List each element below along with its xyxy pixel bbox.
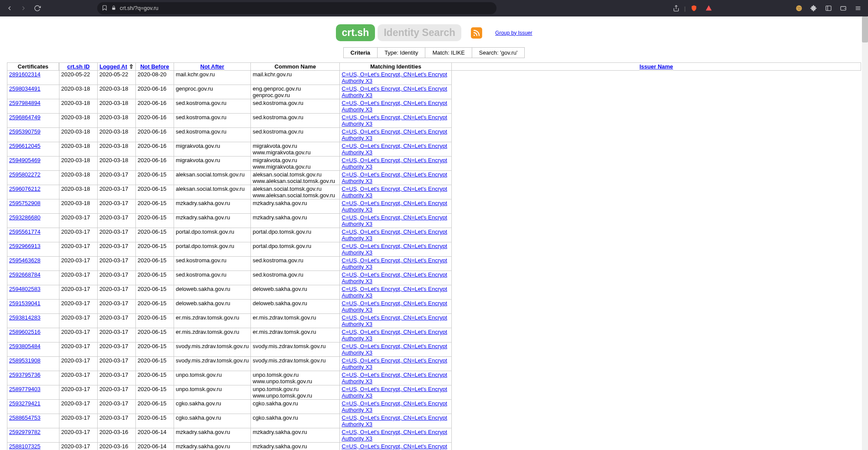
crtsh-id-link[interactable]: 2588654753 — [9, 414, 40, 421]
crtsh-id-link[interactable]: 2595390759 — [9, 128, 40, 135]
issuer-link[interactable]: C=US, O=Let's Encrypt, CN=Let's Encrypt … — [342, 286, 447, 299]
col-header-issuer[interactable]: Issuer Name — [639, 63, 673, 70]
issuer-link[interactable]: C=US, O=Let's Encrypt, CN=Let's Encrypt … — [342, 372, 447, 385]
common-name-cell: svody.mis.zdrav.tomsk.gov.ru — [174, 357, 250, 371]
logged-at-cell: 2020-03-17 — [59, 257, 97, 271]
share-icon[interactable] — [670, 2, 683, 14]
issuer-link[interactable]: C=US, O=Let's Encrypt, CN=Let's Encrypt … — [342, 85, 447, 98]
logo-crtsh[interactable]: crt.sh — [336, 24, 375, 41]
crtsh-id-link[interactable]: 2594802583 — [9, 286, 40, 292]
col-header-not-after[interactable]: Not After — [201, 63, 224, 70]
common-name-cell: mzkadry.sakha.gov.ru — [174, 199, 250, 214]
issuer-link[interactable]: C=US, O=Let's Encrypt, CN=Let's Encrypt … — [342, 100, 447, 113]
sort-indicator-icon: ⇧ — [129, 63, 134, 70]
issuer-link[interactable]: C=US, O=Let's Encrypt, CN=Let's Encrypt … — [342, 128, 447, 141]
sidebar-icon[interactable] — [822, 2, 835, 14]
col-header-id[interactable]: crt.sh ID — [67, 63, 90, 70]
not-before-cell: 2020-03-16 — [97, 443, 135, 450]
issuer-link[interactable]: C=US, O=Let's Encrypt, CN=Let's Encrypt … — [342, 157, 447, 170]
crtsh-id-link[interactable]: 2589531908 — [9, 357, 40, 364]
issuer-link[interactable]: C=US, O=Let's Encrypt, CN=Let's Encrypt … — [342, 257, 447, 270]
crtsh-id-link[interactable]: 2589779403 — [9, 386, 40, 392]
address-bar[interactable]: crt.sh/?q=gov.ru — [97, 2, 496, 14]
crtsh-id-link[interactable]: 2596612045 — [9, 143, 40, 149]
rss-icon[interactable] — [471, 27, 482, 39]
logged-at-cell: 2020-03-18 — [59, 185, 97, 199]
crtsh-id-link[interactable]: 2589602516 — [9, 329, 40, 335]
wallet-icon[interactable] — [837, 2, 850, 14]
crtsh-id-link[interactable]: 2593279421 — [9, 400, 40, 407]
crtsh-id-link[interactable]: 2592668784 — [9, 271, 40, 278]
brave-shield-icon[interactable] — [687, 2, 700, 14]
table-row: 25953907592020-03-182020-03-182020-06-16… — [7, 128, 861, 142]
issuer-link[interactable]: C=US, O=Let's Encrypt, CN=Let's Encrypt … — [342, 143, 447, 156]
crtsh-id-link[interactable]: 2588107325 — [9, 443, 40, 450]
cookie-icon[interactable] — [792, 2, 806, 14]
forward-button[interactable] — [17, 2, 30, 14]
crtsh-id-link[interactable]: 2591539041 — [9, 300, 40, 307]
issuer-link[interactable]: C=US, O=Let's Encrypt, CN=Let's Encrypt … — [342, 171, 447, 184]
logged-at-cell: 2020-03-18 — [59, 199, 97, 214]
crtsh-id-link[interactable]: 2595561774 — [9, 228, 40, 235]
issuer-link[interactable]: C=US, O=Let's Encrypt, CN=Let's Encrypt … — [342, 314, 447, 327]
crtsh-id-link[interactable]: 2593814283 — [9, 314, 40, 321]
matching-identities-cell: portal.dpo.tomsk.gov.ru — [251, 242, 340, 257]
scrollbar[interactable] — [862, 16, 868, 450]
not-after-cell: 2020-06-15 — [135, 214, 174, 228]
brave-warning-icon[interactable] — [702, 2, 715, 14]
common-name-cell: portal.dpo.tomsk.gov.ru — [174, 228, 250, 242]
logged-at-cell: 2020-05-22 — [59, 71, 97, 85]
issuer-link[interactable]: C=US, O=Let's Encrypt, CN=Let's Encrypt … — [342, 414, 447, 427]
not-before-cell: 2020-03-17 — [97, 400, 135, 414]
issuer-link[interactable]: C=US, O=Let's Encrypt, CN=Let's Encrypt … — [342, 329, 447, 342]
issuer-link[interactable]: C=US, O=Let's Encrypt, CN=Let's Encrypt … — [342, 429, 447, 442]
crtsh-id-link[interactable]: 2597984894 — [9, 100, 40, 106]
extensions-icon[interactable] — [807, 2, 820, 14]
scrollbar-thumb[interactable] — [862, 16, 868, 42]
crtsh-id-link[interactable]: 2598034491 — [9, 85, 40, 92]
reload-button[interactable] — [31, 2, 43, 14]
back-button[interactable] — [3, 2, 16, 14]
issuer-link[interactable]: C=US, O=Let's Encrypt, CN=Let's Encrypt … — [342, 271, 447, 284]
crtsh-id-link[interactable]: 2596864749 — [9, 114, 40, 121]
issuer-link[interactable]: C=US, O=Let's Encrypt, CN=Let's Encrypt … — [342, 114, 447, 127]
crtsh-id-link[interactable]: 2593286680 — [9, 214, 40, 221]
issuer-link[interactable]: C=US, O=Let's Encrypt, CN=Let's Encrypt … — [342, 386, 447, 399]
issuer-link[interactable]: C=US, O=Let's Encrypt, CN=Let's Encrypt … — [342, 343, 447, 356]
table-row: 25955617742020-03-172020-03-172020-06-15… — [7, 228, 861, 242]
matching-identities-cell: aleksan.social.tomsk.gov.ruwww.aleksan.s… — [251, 171, 340, 185]
group-by-issuer-link[interactable]: Group by Issuer — [495, 30, 532, 36]
logged-at-cell: 2020-03-17 — [59, 242, 97, 257]
issuer-link[interactable]: C=US, O=Let's Encrypt, CN=Let's Encrypt … — [342, 200, 447, 213]
issuer-link[interactable]: C=US, O=Let's Encrypt, CN=Let's Encrypt … — [342, 400, 447, 413]
crtsh-id-link[interactable]: 2592966913 — [9, 243, 40, 249]
crtsh-id-link[interactable]: 2593805484 — [9, 343, 40, 349]
crtsh-id-link[interactable]: 2891602314 — [9, 71, 40, 78]
issuer-link[interactable]: C=US, O=Let's Encrypt, CN=Let's Encrypt … — [342, 443, 447, 450]
crtsh-id-link[interactable]: 2596076212 — [9, 186, 40, 192]
issuer-link[interactable]: C=US, O=Let's Encrypt, CN=Let's Encrypt … — [342, 214, 447, 227]
bookmark-icon[interactable] — [102, 5, 108, 12]
issuer-link[interactable]: C=US, O=Let's Encrypt, CN=Let's Encrypt … — [342, 228, 447, 241]
issuer-link[interactable]: C=US, O=Let's Encrypt, CN=Let's Encrypt … — [342, 186, 447, 199]
issuer-link[interactable]: C=US, O=Let's Encrypt, CN=Let's Encrypt … — [342, 71, 447, 84]
crtsh-id-link[interactable]: 2595802272 — [9, 171, 40, 178]
issuer-link[interactable]: C=US, O=Let's Encrypt, CN=Let's Encrypt … — [342, 357, 447, 370]
col-header-not-before[interactable]: Not Before — [140, 63, 169, 70]
matching-identities-cell: er.mis.zdrav.tomsk.gov.ru — [251, 328, 340, 342]
crtsh-id-link[interactable]: 2592979782 — [9, 429, 40, 435]
crtsh-id-link[interactable]: 2593795736 — [9, 372, 40, 378]
common-name-cell: aleksan.social.tomsk.gov.ru — [174, 185, 250, 199]
crtsh-id-link[interactable]: 2594905469 — [9, 157, 40, 163]
common-name-cell: er.mis.zdrav.tomsk.gov.ru — [174, 328, 250, 342]
issuer-link[interactable]: C=US, O=Let's Encrypt, CN=Let's Encrypt … — [342, 243, 447, 256]
matching-identities-cell: portal.dpo.tomsk.gov.ru — [251, 228, 340, 242]
issuer-link[interactable]: C=US, O=Let's Encrypt, CN=Let's Encrypt … — [342, 300, 447, 313]
menu-icon[interactable] — [852, 2, 865, 14]
table-row: 25966120452020-03-182020-03-182020-06-16… — [7, 142, 861, 157]
crtsh-id-link[interactable]: 2595752908 — [9, 200, 40, 206]
col-header-logged[interactable]: Logged At — [99, 63, 127, 70]
common-name-cell: migrakvota.gov.ru — [174, 157, 250, 171]
crtsh-id-link[interactable]: 2595463628 — [9, 257, 40, 264]
table-row: 25929669132020-03-172020-03-172020-06-15… — [7, 242, 861, 257]
